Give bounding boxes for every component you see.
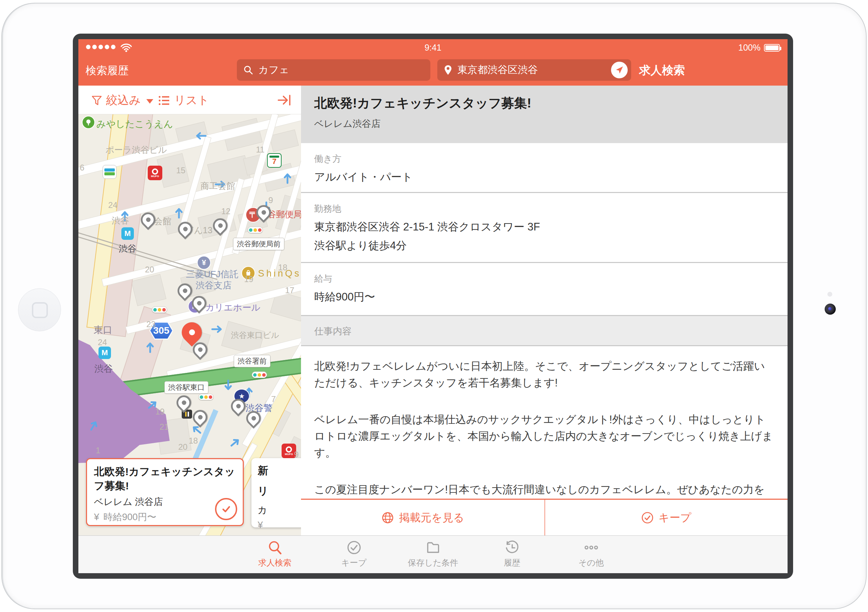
location-search-input[interactable]: 東京都渋谷区渋谷 <box>437 59 631 81</box>
section-work-style: 働き方 アルバイト・パート <box>301 143 787 193</box>
section-value: 時給900円〜 <box>314 290 773 304</box>
park-icon <box>82 116 95 129</box>
map-label-east-exit: 東口 <box>94 324 112 336</box>
current-location-button[interactable] <box>611 62 628 78</box>
tab-label: キープ <box>341 557 367 568</box>
section-value: 渋谷駅より徒歩4分 <box>314 238 773 253</box>
job-card-salary: 時給900円〜 <box>103 511 157 523</box>
block-number: 11 <box>256 145 265 155</box>
list-icon <box>157 94 170 107</box>
block-number: 20 <box>178 442 188 452</box>
job-pin[interactable] <box>231 399 245 413</box>
section-salary: 給与 時給900円〜 <box>301 263 787 316</box>
block-number: 24 <box>108 200 118 210</box>
job-pin[interactable] <box>193 410 208 425</box>
block-number: 24 <box>98 337 107 347</box>
battery-percent: 100% <box>738 43 761 53</box>
map-toolbar: 絞込み リスト <box>78 86 301 114</box>
map-label-pola: ポーラ渋谷ビル <box>105 144 167 156</box>
tab-history[interactable]: 履歴 <box>484 536 541 573</box>
collapse-panel-icon[interactable] <box>277 93 292 108</box>
job-pin[interactable] <box>193 342 208 357</box>
one-way-arrow-icon <box>224 379 232 391</box>
block-number: 12 <box>221 207 231 216</box>
tab-label: 求人検索 <box>258 557 291 568</box>
map-label-park: みやしたこうえん <box>96 118 173 130</box>
map-label-post-office: 谷郵便局 <box>267 209 301 220</box>
map-label-police-front: 渋谷署前 <box>234 355 270 367</box>
section-label: 勤務地 <box>314 203 773 215</box>
selected-job-pin[interactable] <box>182 322 202 342</box>
section-value: アルバイト・パート <box>314 170 773 184</box>
tab-label: その他 <box>578 557 604 568</box>
job-pin[interactable] <box>178 222 192 236</box>
job-pin[interactable] <box>141 212 155 227</box>
one-way-arrow-icon <box>195 132 207 140</box>
history-icon <box>505 540 520 555</box>
folder-icon <box>426 540 441 555</box>
description-paragraph: この夏注目度ナンバーワン!日本でも大流行間違いなしのカフェベレレム。ぜひあなたの… <box>314 481 773 498</box>
job-pin[interactable] <box>246 411 261 425</box>
screenshot-root: 9:41 100% 検索履歴 カフェ 東京都渋谷区渋谷 <box>0 0 868 612</box>
job-pin[interactable] <box>213 218 228 233</box>
yen-icon: ¥ <box>94 512 99 522</box>
check-circle-icon <box>641 512 654 524</box>
block-number: 7 <box>271 394 276 404</box>
front-camera <box>825 304 836 315</box>
search-icon <box>243 65 254 75</box>
block-number: 19 <box>244 275 254 284</box>
page-title: 求人検索 <box>639 63 685 78</box>
traffic-light-icon <box>252 371 267 378</box>
tab-keep[interactable]: キープ <box>325 536 383 573</box>
block-number: 17 <box>285 286 294 295</box>
tab-job-search[interactable]: 求人検索 <box>246 536 304 573</box>
section-label: 働き方 <box>314 153 773 165</box>
block-number: 18 <box>278 263 287 272</box>
map-job-card[interactable]: 北欧発!カフェキッチンスタッフ募集! ベレレム 渋谷店 ¥時給900円〜 <box>86 458 244 526</box>
job-pin[interactable] <box>178 283 192 298</box>
familymart-icon <box>103 165 116 179</box>
block-number: 1 <box>96 446 100 455</box>
keep-check-icon[interactable] <box>215 498 237 520</box>
battery-icon <box>764 44 780 52</box>
traffic-light-icon <box>198 394 214 400</box>
job-card2-fragment: ¥ <box>258 520 301 530</box>
job-title: 北欧発!カフェキッチンスタッフ募集! <box>314 94 773 112</box>
location-search-value: 東京都渋谷区渋谷 <box>457 63 538 77</box>
tab-other[interactable]: その他 <box>563 536 620 573</box>
list-view-button[interactable]: リスト <box>157 93 209 108</box>
keyword-search-input[interactable]: カフェ <box>237 59 430 81</box>
globe-icon <box>381 511 394 524</box>
map-canvas[interactable]: MUFG 7 〒 M ¥ M ★ MUFG <box>78 114 301 535</box>
block-number: 19 <box>155 407 165 417</box>
section-label: 仕事内容 <box>314 325 774 337</box>
map-label-carie-hall: カリエホール <box>205 301 260 314</box>
ellipsis-icon <box>584 540 599 555</box>
job-pin[interactable] <box>256 205 271 220</box>
tab-label: 履歴 <box>504 557 521 568</box>
map-job-card-next[interactable]: 新 リ カ ¥ <box>251 458 301 527</box>
one-way-arrow-icon <box>175 207 183 219</box>
block-number: 20 <box>145 265 154 275</box>
keep-button[interactable]: キープ <box>544 500 788 535</box>
section-description-header: 仕事内容 <box>301 316 787 346</box>
search-history-button[interactable]: 検索履歴 <box>86 63 129 78</box>
job-pin[interactable] <box>177 396 191 410</box>
home-button[interactable] <box>18 288 61 331</box>
map-label-mufj-trust: 三菱UFJ信託 <box>186 268 239 280</box>
map-label-station: 渋谷 <box>95 363 113 375</box>
job-pin[interactable] <box>192 296 206 311</box>
one-way-arrow-icon <box>211 325 223 333</box>
map-label-fragment: 渋谷 <box>112 215 129 226</box>
tab-saved-conditions[interactable]: 保存した条件 <box>405 536 462 573</box>
block-number: 15 <box>176 165 186 175</box>
seven-eleven-icon: 7 <box>267 153 282 168</box>
job-card-company: ベレレム 渋谷店 <box>94 496 236 508</box>
view-source-button[interactable]: 掲載元を見る <box>301 500 544 535</box>
job-description[interactable]: 北欧発!カフェベレレムがついに日本初上陸。そこで、オープニングスタッフとしてご活… <box>301 346 787 499</box>
keep-label: キープ <box>659 510 691 525</box>
ambient-sensor <box>828 292 832 297</box>
keyword-search-value: カフェ <box>258 63 289 77</box>
filter-button[interactable]: 絞込み <box>91 93 153 108</box>
job-company: ベレレム渋谷店 <box>314 117 773 130</box>
